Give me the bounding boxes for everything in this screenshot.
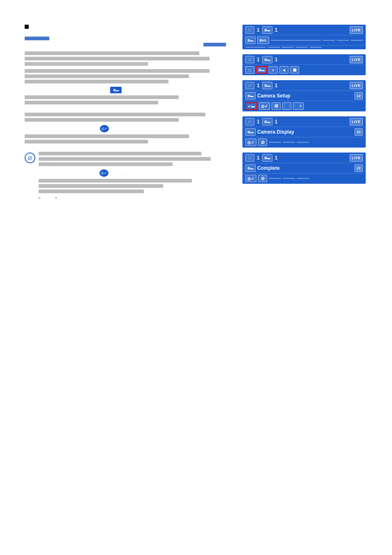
panel-2: □ 1 ⊞▬ 1 LIVE □ ⊞▬ ≡ ◄ ▦: [242, 54, 366, 75]
panel-2-grid-icon[interactable]: ▦: [290, 66, 299, 74]
panel-4-icon-row: ◎✓ ⊘: [243, 137, 365, 147]
panel-1-menu-row: ⊞▬ ⊞NO.: [243, 35, 365, 46]
link-text-2[interactable]: [203, 43, 226, 46]
panel-5-number: 22: [355, 164, 363, 172]
panel-2-lines-icon[interactable]: ≡: [269, 66, 278, 74]
panel-4-live-badge: LIVE: [350, 118, 363, 125]
panel-1-chip-icon: ⊞▬: [262, 26, 272, 34]
panel-2-chip-btn[interactable]: ⊞▬: [256, 66, 267, 74]
panel-2-chip-icon: ⊞▬: [262, 56, 272, 63]
panel-4: □ 1 ⊞▬ 1 LIVE ⊞▬ Camera Display 22 ◎✓ ⊘: [242, 116, 366, 148]
panel-5-cam-square: □: [245, 154, 254, 162]
panel-4-cam-square: □: [245, 118, 254, 125]
open-quote: ": [39, 197, 40, 202]
section-camera: ⊞▬: [25, 69, 230, 108]
panel-5-title: Complete: [257, 165, 353, 171]
panel-2-speaker-icon[interactable]: ◄: [279, 66, 288, 74]
panel-4-circle-slash-icon[interactable]: ⊘: [258, 139, 267, 146]
panel-3-title: Camera Setup: [257, 93, 353, 99]
panel-3-top-bar: □ 1 ⊞▬ 1 LIVE: [243, 81, 365, 91]
panel-4-number: 22: [355, 128, 363, 136]
camera-chip-inline-1: ⊞▬: [110, 87, 122, 93]
panel-3-person-icon[interactable]: 👤: [282, 102, 291, 110]
comma: ,: [125, 171, 126, 175]
panel-4-eye-check-icon[interactable]: ◎✓: [245, 139, 256, 146]
panel-3-chip-icon: ⊞▬: [262, 82, 272, 89]
panel-5-eye-check-icon[interactable]: ◎✓: [245, 175, 256, 182]
panel-1-live-badge: LIVE: [350, 26, 363, 34]
eye-check-inline: ◎✓: [100, 125, 109, 132]
panel-5-circle-slash-icon[interactable]: ⊘: [258, 175, 267, 182]
panel-3-cam-square: □: [245, 82, 254, 89]
panel-5-top-bar: □ 1 ⊞▬ 1 LIVE: [243, 153, 365, 163]
section-circle-slash: ⊘ ◎✓ ,: [25, 152, 230, 202]
panel-2-live-badge: LIVE: [350, 56, 363, 63]
text-block-1: [25, 51, 230, 66]
panel-3-live-badge: LIVE: [350, 82, 363, 89]
panel-3-menu-row: ⊞▬ Camera Setup 12: [243, 91, 365, 101]
circle-slash-icon-left: ⊘: [25, 153, 35, 163]
panel-3-gear-icon[interactable]: ⚙: [272, 102, 281, 110]
page-container: ⊞▬ ◎✓: [0, 0, 392, 224]
panel-5-chip: ⊞▬: [245, 164, 256, 172]
panel-3-chip: ⊞▬: [245, 92, 256, 99]
panel-4-menu-row: ⊞▬ Camera Display 22: [243, 127, 365, 137]
panel-3-icon-row: ↙▬ ◎✓ ⚙ 👤 👤+: [243, 101, 365, 111]
panel-5-chip-icon: ⊞▬: [262, 154, 272, 162]
panel-1-no-icon: ⊞NO.: [257, 37, 269, 44]
panel-2-top-bar: □ 1 ⊞▬ 1 LIVE: [243, 55, 365, 65]
right-column: □ 1 ⊞▬ 1 LIVE ⊞▬ ⊞NO.: [242, 25, 366, 207]
panel-5: □ 1 ⊞▬ 1 LIVE ⊞▬ Complete 22 ◎✓ ⊘: [242, 153, 366, 184]
panel-1-number: 1: [257, 27, 260, 33]
panel-3-arrow-cam-icon[interactable]: ↙▬: [245, 102, 257, 110]
panel-5-live-badge: LIVE: [350, 154, 363, 162]
panel-1-bottom-row: [243, 46, 365, 49]
left-column: ⊞▬ ◎✓: [25, 25, 230, 207]
panel-4-chip-icon: ⊞▬: [262, 118, 272, 125]
panel-3-eye-check-icon[interactable]: ◎✓: [259, 102, 270, 110]
link-text-1[interactable]: [25, 37, 49, 40]
panel-5-icon-row: ◎✓ ⊘: [243, 173, 365, 183]
panel-4-chip: ⊞▬: [245, 128, 256, 136]
panel-5-menu-row: ⊞▬ Complete 22: [243, 163, 365, 173]
eye-check-inline-2: ◎✓: [99, 169, 108, 177]
panel-1: □ 1 ⊞▬ 1 LIVE ⊞▬ ⊞NO.: [242, 25, 366, 49]
panel-3: □ 1 ⊞▬ 1 LIVE ⊞▬ Camera Setup 12 ↙▬ ◎✓ ⚙…: [242, 80, 366, 111]
panel-3-number: 12: [355, 92, 363, 99]
section-eye-check: ◎✓: [25, 113, 230, 147]
panel-2-square-icon[interactable]: □: [245, 66, 254, 74]
panel-3-person-add-icon[interactable]: 👤+: [293, 102, 304, 110]
bullet-icon: [25, 25, 29, 29]
panel-4-title: Camera Display: [257, 129, 353, 135]
quote-section: " ": [39, 197, 230, 202]
panel-2-icon-row: □ ⊞▬ ≡ ◄ ▦: [243, 65, 365, 75]
panel-1-cam-square: □: [245, 26, 254, 34]
panel-4-top-bar: □ 1 ⊞▬ 1 LIVE: [243, 117, 365, 127]
panel-1-top-bar: □ 1 ⊞▬ 1 LIVE: [243, 25, 365, 35]
panel-1-chip: ⊞▬: [245, 37, 256, 44]
panel-2-cam-square: □: [245, 56, 254, 63]
close-quote: ": [55, 197, 57, 202]
